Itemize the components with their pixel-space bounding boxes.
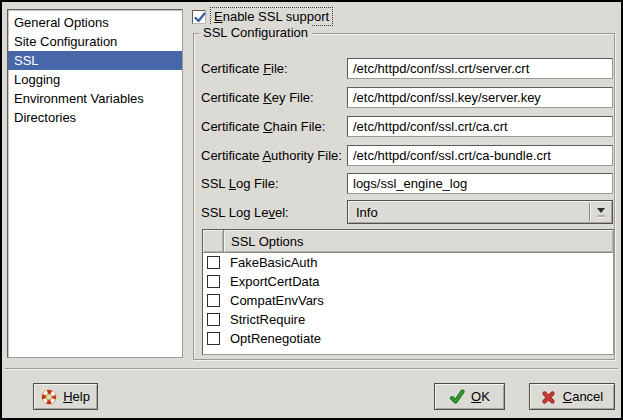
ssl-log-file-input[interactable]: logs/ssl_engine_log (347, 173, 613, 194)
option-label: StrictRequire (230, 312, 305, 327)
checkmark-icon (193, 11, 207, 25)
category-list: General Options Site Configuration SSL L… (7, 9, 183, 358)
ssl-options-check-column-header[interactable] (203, 230, 224, 253)
certificate-file-label: Certificate File: (201, 61, 288, 76)
help-button[interactable]: Help (33, 383, 98, 410)
certificate-chain-file-input[interactable]: /etc/httpd/conf/ssl.crt/ca.crt (347, 116, 613, 137)
table-row[interactable]: StrictRequire (203, 310, 613, 329)
certificate-file-input[interactable]: /etc/httpd/conf/ssl.crt/server.crt (347, 58, 613, 79)
sidebar-item-general-options[interactable]: General Options (8, 13, 182, 32)
option-label: FakeBasicAuth (230, 255, 317, 270)
ssl-log-file-label: SSL Log File: (201, 176, 279, 191)
ssl-options-table: SSL Options FakeBasicAuth ExportCertData… (202, 229, 614, 355)
chevron-down-icon (590, 208, 612, 217)
ok-button[interactable]: OK (434, 383, 505, 410)
check-icon (449, 389, 465, 405)
lifebuoy-icon (41, 389, 57, 405)
cross-icon (541, 389, 557, 405)
table-row[interactable]: CompatEnvVars (203, 291, 613, 310)
sidebar-item-ssl[interactable]: SSL (8, 51, 182, 70)
optrenegotiate-checkbox[interactable] (207, 332, 220, 345)
ssl-log-level-dropdown[interactable]: Info (347, 200, 613, 224)
compatenvvars-checkbox[interactable] (207, 294, 220, 307)
cancel-button[interactable]: Cancel (529, 383, 615, 410)
certificate-key-file-input[interactable]: /etc/httpd/conf/ssl.key/server.key (347, 87, 613, 108)
sidebar-item-logging[interactable]: Logging (8, 70, 182, 89)
enable-ssl-checkbox-row[interactable]: Enable SSL support (192, 7, 333, 26)
exportcertdata-checkbox[interactable] (207, 275, 220, 288)
ssl-log-level-label: SSL Log Level: (201, 205, 289, 220)
cancel-button-label: Cancel (563, 389, 603, 404)
httpd-ssl-config-window: General Options Site Configuration SSL L… (0, 0, 623, 420)
option-label: ExportCertData (230, 274, 320, 289)
bottom-separator (5, 368, 618, 370)
ssl-log-level-value: Info (348, 205, 589, 220)
certificate-authority-file-label: Certificate Authority File: (201, 148, 342, 163)
certificate-key-file-label: Certificate Key File: (201, 90, 314, 105)
fakebasicauth-checkbox[interactable] (207, 256, 220, 269)
ssl-options-table-header[interactable]: SSL Options (203, 230, 613, 253)
certificate-authority-file-input[interactable]: /etc/httpd/conf/ssl.crt/ca-bundle.crt (347, 145, 613, 166)
option-label: OptRenegotiate (230, 331, 321, 346)
enable-ssl-checkbox[interactable] (192, 10, 206, 24)
strictrequire-checkbox[interactable] (207, 313, 220, 326)
enable-ssl-label: Enable SSL support (210, 7, 333, 26)
sidebar-item-site-configuration[interactable]: Site Configuration (8, 32, 182, 51)
ssl-options-column-header[interactable]: SSL Options (224, 230, 613, 253)
sidebar-item-environment-variables[interactable]: Environment Variables (8, 89, 182, 108)
ok-button-label: OK (471, 389, 490, 404)
ssl-configuration-frame-title: SSL Configuration (199, 25, 312, 40)
sidebar-item-directories[interactable]: Directories (8, 108, 182, 127)
table-row[interactable]: FakeBasicAuth (203, 253, 613, 272)
table-row[interactable]: ExportCertData (203, 272, 613, 291)
help-button-label: Help (63, 389, 90, 404)
table-row[interactable]: OptRenegotiate (203, 329, 613, 348)
option-label: CompatEnvVars (230, 293, 324, 308)
certificate-chain-file-label: Certificate Chain File: (201, 119, 325, 134)
